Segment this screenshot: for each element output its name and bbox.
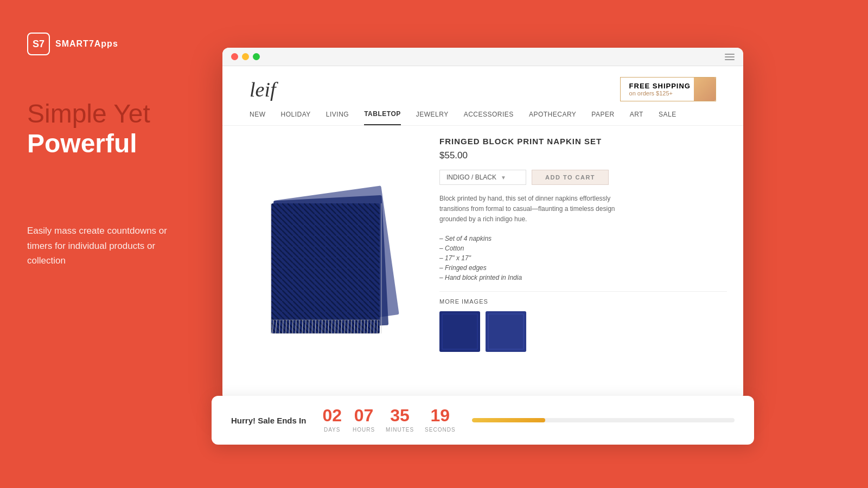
browser-chrome [222, 48, 743, 66]
headline-line1: Simple Yet [27, 99, 150, 128]
menu-bar [725, 54, 735, 55]
shipping-line2: on orders $125+ [629, 90, 691, 97]
progress-bar-fill [472, 418, 546, 422]
product-image-section [222, 126, 423, 400]
nav-accessories[interactable]: ACCESSORIES [464, 111, 514, 125]
headline-line2: Powerful [27, 129, 137, 158]
timer-bar: Hurry! Sale Ends In 02 DAYS 07 HOURS 35 … [212, 396, 754, 445]
nav-sale[interactable]: SALE [659, 111, 676, 125]
progress-bar-container [472, 418, 735, 422]
seconds-number: 19 [425, 407, 455, 424]
nav-paper[interactable]: PAPER [591, 111, 614, 125]
thumbnail-2[interactable] [486, 311, 526, 352]
product-area: FRINGED BLOCK PRINT NAPKIN SET $55.00 IN… [222, 126, 743, 400]
browser-menu-icon[interactable] [725, 54, 735, 60]
timer-label-text: Hurry! Sale Ends In [231, 416, 306, 425]
thumbnail-svg-1 [439, 311, 480, 352]
thumbnail-svg-2 [486, 311, 526, 352]
headline: Simple Yet Powerful [27, 99, 190, 158]
color-value: INDIGO / BLACK [446, 174, 496, 181]
days-label: DAYS [324, 427, 341, 433]
nav-holiday[interactable]: HOLIDAY [281, 111, 311, 125]
minutes-number: 35 [386, 407, 414, 424]
brand-name: SMART7Apps [55, 39, 118, 49]
feature-4: Fringed edges [439, 263, 727, 273]
svg-rect-9 [270, 203, 273, 333]
free-shipping-badge: FREE SHIPPING on orders $125+ [620, 77, 716, 101]
svg-rect-8 [271, 203, 380, 333]
logo-area: S7 SMART7Apps [27, 33, 190, 55]
nav-living[interactable]: LIVING [326, 111, 349, 125]
select-arrow-icon: ▼ [501, 175, 506, 181]
product-description: Block printed by hand, this set of dinne… [439, 194, 624, 225]
dot-green[interactable] [253, 53, 260, 60]
website-content: leif FREE SHIPPING on orders $125+ NEW H… [222, 66, 743, 400]
feature-1: Set of 4 napkins [439, 234, 727, 243]
days-number: 02 [322, 407, 342, 424]
timer-units: 02 DAYS 07 HOURS 35 MINUTES 19 SECONDS [322, 407, 455, 434]
nav-apothecary[interactable]: APOTHECARY [529, 111, 576, 125]
site-header-top: leif FREE SHIPPING on orders $125+ [250, 77, 716, 101]
nav-jewelry[interactable]: JEWELRY [416, 111, 449, 125]
logo-box: S7 [27, 33, 50, 55]
add-to-cart-button[interactable]: ADD TO CART [532, 170, 609, 185]
browser-window: leif FREE SHIPPING on orders $125+ NEW H… [222, 48, 743, 400]
browser-dots [231, 53, 260, 60]
thumbnail-1[interactable] [439, 311, 480, 352]
feature-2: Cotton [439, 243, 727, 253]
seconds-label: SECONDS [425, 427, 455, 433]
product-image [239, 176, 407, 350]
brand-logo: leif [250, 78, 276, 101]
timer-minutes: 35 MINUTES [386, 407, 414, 434]
product-price: $55.00 [439, 150, 727, 161]
hours-number: 07 [353, 407, 375, 424]
feature-3: 17" x 17" [439, 253, 727, 263]
site-header: leif FREE SHIPPING on orders $125+ NEW H… [222, 66, 743, 126]
timer-seconds: 19 SECONDS [425, 407, 455, 434]
timer-days: 02 DAYS [322, 407, 342, 434]
dot-red[interactable] [231, 53, 238, 60]
nav-tabletop[interactable]: TABLETOP [364, 110, 401, 125]
svg-rect-10 [379, 203, 382, 333]
more-images-label: MORE IMAGES [439, 298, 727, 305]
shipping-text: FREE SHIPPING on orders $125+ [629, 82, 691, 97]
feature-5: Hand block printed in India [439, 273, 727, 282]
dot-yellow[interactable] [242, 53, 249, 60]
menu-bar [725, 59, 735, 60]
left-panel: S7 SMART7Apps Simple Yet Powerful Easily… [0, 0, 217, 488]
nav-new[interactable]: NEW [250, 111, 266, 125]
product-details-section: FRINGED BLOCK PRINT NAPKIN SET $55.00 IN… [423, 126, 743, 400]
shipping-line1: FREE SHIPPING [629, 82, 691, 90]
product-options-row: INDIGO / BLACK ▼ ADD TO CART [439, 170, 727, 185]
napkin-svg [239, 176, 407, 350]
nav-art[interactable]: ART [630, 111, 643, 125]
thumbnail-row [439, 311, 727, 352]
minutes-label: MINUTES [386, 427, 414, 433]
hours-label: HOURS [353, 427, 375, 433]
product-title: FRINGED BLOCK PRINT NAPKIN SET [439, 137, 727, 146]
description-text: Easily mass create countdowns or timers … [27, 223, 179, 268]
shipping-accent [694, 78, 716, 101]
product-features: Set of 4 napkins Cotton 17" x 17" Fringe… [439, 234, 727, 282]
svg-rect-47 [486, 311, 526, 352]
logo-s7: S7 [33, 38, 44, 50]
menu-bar [725, 56, 735, 57]
svg-rect-45 [439, 311, 480, 352]
timer-hours: 07 HOURS [353, 407, 375, 434]
divider [439, 291, 727, 292]
site-nav: NEW HOLIDAY LIVING TABLETOP JEWELRY ACCE… [250, 110, 716, 125]
color-select[interactable]: INDIGO / BLACK ▼ [439, 170, 526, 185]
